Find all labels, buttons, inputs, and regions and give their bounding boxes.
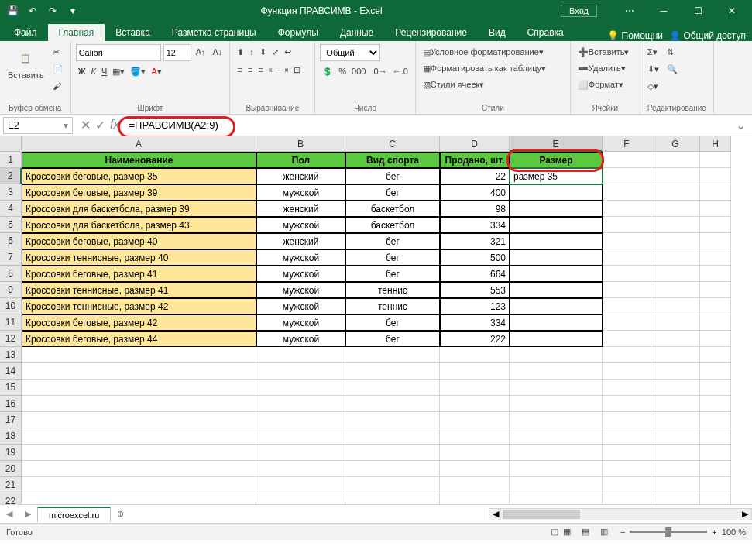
cell[interactable] (510, 363, 603, 380)
cell[interactable] (603, 298, 651, 314)
row-header-19[interactable]: 19 (0, 445, 22, 461)
cell-a5[interactable]: Кроссовки для баскетбола, размер 43 (22, 217, 256, 233)
italic-button[interactable]: К (89, 64, 98, 79)
format-painter-icon[interactable]: 🖌 (50, 78, 66, 94)
cell[interactable] (700, 184, 731, 201)
col-header-D[interactable]: D (440, 136, 510, 152)
tab-review[interactable]: Рецензирование (384, 24, 478, 41)
tab-view[interactable]: Вид (478, 24, 517, 41)
cell-d11[interactable]: 334 (440, 314, 510, 331)
cell-a3[interactable]: Кроссовки беговые, размер 39 (22, 184, 256, 201)
cell[interactable] (440, 493, 510, 504)
cell[interactable] (22, 477, 256, 493)
cell-a9[interactable]: Кроссовки теннисные, размер 41 (22, 282, 256, 298)
cell[interactable] (256, 461, 345, 477)
cell[interactable] (700, 493, 731, 504)
number-format-select[interactable]: Общий (320, 44, 380, 61)
cell-a4[interactable]: Кроссовки для баскетбола, размер 39 (22, 201, 256, 217)
cell-c6[interactable]: бег (345, 233, 440, 249)
align-bottom-icon[interactable]: ⬇ (257, 44, 269, 60)
cell-b2[interactable]: женский (256, 168, 345, 184)
row-header-16[interactable]: 16 (0, 396, 22, 412)
tab-help[interactable]: Справка (517, 24, 575, 41)
align-left-icon[interactable]: ≡ (235, 62, 244, 77)
cell[interactable] (345, 363, 440, 380)
find-select-icon[interactable]: 🔍 (664, 61, 680, 77)
header-cell[interactable]: Размер (510, 152, 603, 168)
col-header-G[interactable]: G (651, 136, 700, 152)
cell[interactable] (603, 152, 651, 168)
format-cells-button[interactable]: ⬜ Формат▾ (575, 77, 626, 92)
cell-a2[interactable]: Кроссовки беговые, размер 35 (22, 168, 256, 184)
cell-c12[interactable]: бег (345, 331, 440, 347)
indent-increase-icon[interactable]: ⇥ (279, 62, 290, 77)
cell-c8[interactable]: бег (345, 266, 440, 282)
cell-e6[interactable] (510, 233, 603, 249)
cell[interactable] (700, 201, 731, 217)
cell-e12[interactable] (510, 331, 603, 347)
col-header-B[interactable]: B (256, 136, 345, 152)
cell[interactable] (510, 412, 603, 428)
cell[interactable] (651, 477, 700, 493)
cell[interactable] (603, 380, 651, 396)
cell-e3[interactable] (510, 184, 603, 201)
cell[interactable] (603, 396, 651, 412)
cell[interactable] (603, 217, 651, 233)
cell[interactable] (700, 249, 731, 266)
name-box[interactable]: E2 ▾ (3, 117, 73, 134)
cell-c5[interactable]: баскетбол (345, 217, 440, 233)
cell[interactable] (603, 266, 651, 282)
fill-icon[interactable]: ⬇▾ (645, 61, 661, 77)
cell[interactable] (345, 461, 440, 477)
bold-button[interactable]: Ж (76, 64, 88, 79)
clear-icon[interactable]: ◇▾ (645, 78, 661, 94)
normal-view-icon[interactable]: ▦ (558, 525, 575, 539)
cell-d9[interactable]: 553 (440, 282, 510, 298)
cell[interactable] (22, 380, 256, 396)
cell[interactable] (603, 347, 651, 363)
macro-record-icon[interactable]: ▢ (551, 527, 558, 537)
cell[interactable] (440, 363, 510, 380)
cell-c10[interactable]: теннис (345, 298, 440, 314)
header-cell[interactable]: Вид спорта (345, 152, 440, 168)
increase-font-icon[interactable]: A↑ (194, 44, 208, 60)
row-header-1[interactable]: 1 (0, 152, 22, 168)
sheet-nav-prev-icon[interactable]: ◀ (0, 509, 19, 519)
cell-a11[interactable]: Кроссовки беговые, размер 42 (22, 314, 256, 331)
cell[interactable] (510, 477, 603, 493)
cell[interactable] (603, 493, 651, 504)
cell-b6[interactable]: женский (256, 233, 345, 249)
cell[interactable] (700, 428, 731, 445)
cell-d6[interactable]: 321 (440, 233, 510, 249)
cell[interactable] (22, 493, 256, 504)
font-size-input[interactable] (163, 44, 191, 61)
cell[interactable] (440, 396, 510, 412)
col-header-H[interactable]: H (700, 136, 731, 152)
cell[interactable] (440, 428, 510, 445)
login-button[interactable]: Вход (561, 5, 597, 17)
cell-c11[interactable]: бег (345, 314, 440, 331)
undo-icon[interactable]: ↶ (23, 2, 42, 20)
cell-d5[interactable]: 334 (440, 217, 510, 233)
col-header-F[interactable]: F (603, 136, 651, 152)
formula-input[interactable]: =ПРАВСИМВ(A2;9) (124, 119, 730, 131)
tab-home[interactable]: Главная (48, 24, 105, 41)
header-cell[interactable]: Пол (256, 152, 345, 168)
cell-d10[interactable]: 123 (440, 298, 510, 314)
align-middle-icon[interactable]: ↕ (247, 44, 256, 60)
cell[interactable] (256, 380, 345, 396)
cell-d12[interactable]: 222 (440, 331, 510, 347)
cell[interactable] (440, 412, 510, 428)
cell[interactable] (22, 428, 256, 445)
cell[interactable] (700, 396, 731, 412)
cell[interactable] (603, 249, 651, 266)
cell[interactable] (651, 461, 700, 477)
row-header-20[interactable]: 20 (0, 461, 22, 477)
cell[interactable] (510, 493, 603, 504)
cell[interactable] (345, 412, 440, 428)
cell[interactable] (651, 152, 700, 168)
cell-d4[interactable]: 98 (440, 201, 510, 217)
cell[interactable] (700, 445, 731, 461)
sheet-tab[interactable]: microexcel.ru (37, 507, 111, 522)
cell[interactable] (345, 396, 440, 412)
